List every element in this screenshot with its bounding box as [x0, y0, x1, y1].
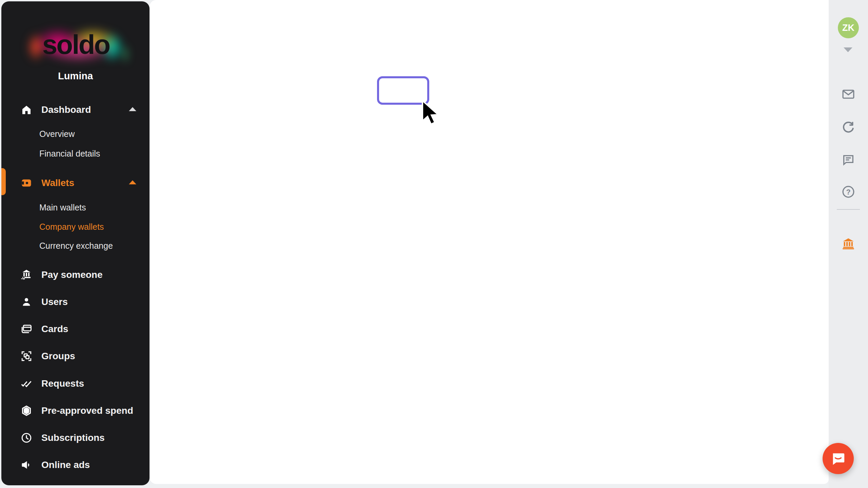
sidebar-item-pre-approved-spend[interactable]: Pre-approved spend — [20, 401, 133, 420]
sidebar-item-subscriptions[interactable]: Subscriptions — [20, 428, 105, 447]
hexagon-icon — [20, 405, 33, 417]
bank-transfer-icon — [20, 269, 33, 281]
sidebar-item-overview[interactable]: Overview — [39, 126, 75, 142]
double-check-icon — [20, 378, 33, 390]
sidebar-item-label: Financial details — [39, 149, 100, 159]
user-icon — [20, 296, 33, 308]
sidebar-item-label: Overview — [39, 129, 75, 139]
sidebar-item-financial-details[interactable]: Financial details — [39, 146, 100, 161]
svg-text:?: ? — [846, 188, 850, 196]
refresh-icon[interactable] — [842, 120, 855, 134]
sidebar-item-pay-someone[interactable]: Pay someone — [20, 265, 103, 284]
chevron-down-icon[interactable] — [844, 47, 852, 52]
avatar[interactable]: ZK — [838, 17, 859, 38]
wallet-icon — [20, 177, 33, 189]
sidebar-item-users[interactable]: Users — [20, 292, 68, 311]
sidebar: soldo Lumina Dashboard Overview Financia… — [1, 1, 150, 485]
main-content — [150, 0, 829, 484]
chevron-up-icon[interactable] — [129, 180, 136, 184]
sidebar-item-label: Wallets — [41, 178, 74, 188]
help-icon[interactable]: ? — [842, 185, 855, 199]
groups-icon — [20, 350, 33, 362]
sidebar-item-groups[interactable]: Groups — [20, 347, 75, 366]
sidebar-item-label: Currency exchange — [39, 241, 113, 251]
sidebar-item-label: Groups — [41, 351, 75, 362]
clock-icon — [20, 432, 33, 444]
company-name: Lumina — [1, 70, 150, 82]
chat-fab[interactable] — [823, 443, 854, 474]
sidebar-item-label: Pay someone — [41, 269, 103, 280]
chat-bubble-icon — [830, 451, 846, 466]
megaphone-icon — [20, 459, 33, 471]
sidebar-item-label: Main wallets — [39, 203, 86, 212]
home-icon — [20, 104, 33, 116]
active-section-indicator — [1, 168, 6, 195]
right-rail: ZK ? — [829, 0, 868, 488]
sidebar-item-label: Pre-approved spend — [41, 405, 133, 416]
sidebar-item-cards[interactable]: Cards — [20, 320, 68, 339]
sidebar-item-label: Requests — [41, 378, 84, 389]
sidebar-item-label: Online ads — [41, 460, 90, 470]
logo-text: soldo — [21, 19, 131, 70]
sidebar-item-dashboard[interactable]: Dashboard — [20, 100, 91, 119]
cards-icon — [20, 323, 33, 335]
sidebar-item-online-ads[interactable]: Online ads — [20, 455, 90, 474]
sidebar-item-main-wallets[interactable]: Main wallets — [39, 200, 86, 215]
sidebar-item-wallets[interactable]: Wallets — [20, 174, 74, 192]
sidebar-item-label: Users — [41, 297, 68, 307]
soldo-logo: soldo — [21, 19, 131, 70]
chevron-up-icon[interactable] — [129, 107, 136, 111]
sidebar-item-requests[interactable]: Requests — [20, 374, 84, 393]
chat-icon[interactable] — [842, 153, 855, 166]
sidebar-item-label: Company wallets — [39, 222, 104, 232]
bank-icon[interactable] — [842, 237, 855, 250]
mail-icon[interactable] — [842, 87, 855, 101]
sidebar-item-label: Dashboard — [41, 104, 91, 115]
sidebar-item-label: Cards — [41, 324, 68, 334]
app-window: soldo Lumina Dashboard Overview Financia… — [0, 0, 868, 488]
rail-divider — [837, 209, 860, 210]
sidebar-item-currency-exchange[interactable]: Currency exchange — [39, 238, 113, 253]
sidebar-item-company-wallets[interactable]: Company wallets — [39, 219, 104, 235]
sidebar-item-label: Subscriptions — [41, 432, 105, 443]
